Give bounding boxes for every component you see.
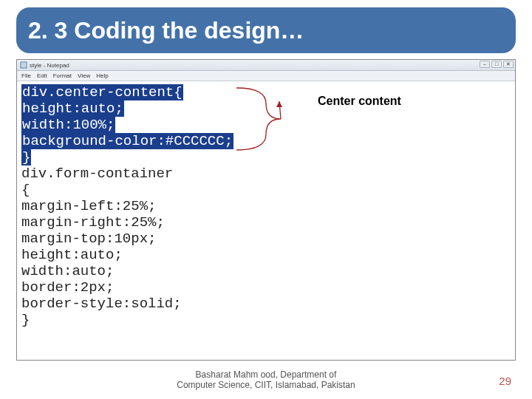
menu-format[interactable]: Format [53, 72, 72, 79]
notepad-body[interactable]: div.center-content{ height:auto; width:1… [17, 81, 515, 360]
code-line: width:auto; [21, 263, 511, 279]
code-highlighted: background-color:#CCCCCC; [21, 133, 233, 149]
code-line: height:auto; [21, 247, 511, 263]
slide-title-box: 2. 3 Coding the design… [16, 7, 516, 53]
code-line: background-color:#CCCCCC; [21, 133, 511, 149]
code-highlighted: width:100%; [21, 117, 115, 133]
slide-number: 29 [499, 375, 511, 387]
footer-line-1: Basharat Mahm ood, Department of [0, 369, 532, 380]
menu-file[interactable]: File [21, 72, 31, 79]
notepad-window-title: style - Notepad [30, 62, 69, 69]
code-line: div.form-container [21, 166, 511, 182]
code-line: border-style:solid; [21, 296, 511, 312]
code-highlighted: } [21, 149, 31, 166]
footer-author: Basharat Mahm ood, Department of Compute… [0, 369, 532, 390]
close-button[interactable]: ✕ [503, 61, 514, 68]
code-line: } [21, 149, 511, 166]
code-line: margin-left:25%; [21, 198, 511, 214]
code-highlighted: height:auto; [21, 100, 124, 117]
notepad-icon [20, 61, 27, 69]
code-line: margin-top:10px; [21, 231, 511, 247]
menu-edit[interactable]: Edit [37, 72, 47, 79]
notepad-titlebar: style - Notepad – □ ✕ [17, 60, 515, 71]
code-line: height:auto; [21, 100, 511, 117]
minimize-button[interactable]: – [480, 61, 490, 68]
notepad-window: style - Notepad – □ ✕ File Edit Format V… [16, 59, 516, 361]
code-line: div.center-content{ [21, 84, 511, 100]
code-line: margin-right:25%; [21, 214, 511, 231]
code-highlighted: div.center-content{ [21, 84, 183, 100]
code-line: } [21, 312, 511, 328]
notepad-menubar: File Edit Format View Help [17, 71, 515, 81]
slide-title: 2. 3 Coding the design… [28, 17, 304, 44]
code-line: width:100%; [21, 117, 511, 133]
footer-line-2: Computer Science, CIIT, Islamabad, Pakis… [0, 380, 532, 390]
code-line: border:2px; [21, 279, 511, 296]
menu-help[interactable]: Help [96, 72, 108, 79]
menu-view[interactable]: View [78, 72, 90, 79]
window-controls: – □ ✕ [480, 61, 514, 68]
code-line: { [21, 182, 511, 198]
maximize-button[interactable]: □ [491, 61, 502, 68]
callout-label: Center content [318, 95, 401, 108]
